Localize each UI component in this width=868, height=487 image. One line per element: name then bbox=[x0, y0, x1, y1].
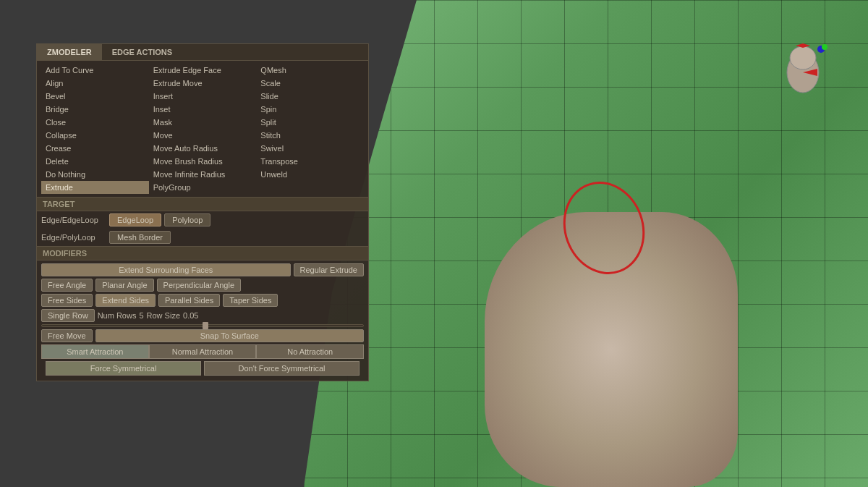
svg-point-5 bbox=[822, 44, 827, 50]
menu-col-2: Extrude Edge Face Extrude Move Insert In… bbox=[149, 64, 257, 194]
no-attraction-btn[interactable]: No Attraction bbox=[256, 344, 364, 359]
panel-header: ZMODELER EDGE ACTIONS bbox=[37, 44, 368, 61]
target-row-2: Edge/PolyLoop Mesh Border bbox=[37, 229, 368, 246]
extend-sides-btn[interactable]: Extend Sides bbox=[95, 294, 156, 307]
smart-attraction-btn[interactable]: Smart Attraction bbox=[41, 344, 149, 359]
dont-force-symmetrical-btn[interactable]: Don't Force Symmetrical bbox=[204, 361, 359, 376]
extend-surrounding-btn[interactable]: Extend Surrounding Faces bbox=[41, 263, 291, 276]
target-row-1: Edge/EdgeLoop EdgeLoop Polyloop bbox=[37, 211, 368, 229]
nav-gizmo[interactable] bbox=[778, 43, 828, 111]
row-size-value: 0.05 bbox=[183, 311, 198, 320]
menu-collapse[interactable]: Collapse bbox=[41, 129, 149, 142]
menu-bridge[interactable]: Bridge bbox=[41, 103, 149, 116]
menu-unweld[interactable]: Unweld bbox=[256, 168, 364, 181]
target-section-header: TARGET bbox=[37, 197, 368, 211]
planar-angle-btn[interactable]: Planar Angle bbox=[95, 279, 153, 292]
menu-crease[interactable]: Crease bbox=[41, 142, 149, 155]
menu-spin[interactable]: Spin bbox=[256, 103, 364, 116]
svg-point-1 bbox=[790, 46, 816, 69]
target-edge-edgeloop-label: Edge/EdgeLoop bbox=[41, 216, 106, 224]
menu-scale[interactable]: Scale bbox=[256, 77, 364, 90]
tab-edge-actions[interactable]: EDGE ACTIONS bbox=[102, 44, 182, 60]
symmetry-row: Force Symmetrical Don't Force Symmetrica… bbox=[41, 359, 364, 378]
force-symmetrical-btn[interactable]: Force Symmetrical bbox=[46, 361, 201, 376]
menu-swivel[interactable]: Swivel bbox=[256, 142, 364, 155]
menu-qmesh[interactable]: QMesh bbox=[256, 64, 364, 77]
row-size-label: Row Size bbox=[147, 311, 180, 320]
normal-attraction-btn[interactable]: Normal Attraction bbox=[149, 344, 257, 359]
mod-row-move: Free Move Snap To Surface bbox=[41, 329, 364, 342]
menu-extrude-move[interactable]: Extrude Move bbox=[149, 77, 257, 90]
menu-add-to-curve[interactable]: Add To Curve bbox=[41, 64, 149, 77]
menu-close[interactable]: Close bbox=[41, 116, 149, 129]
free-angle-btn[interactable]: Free Angle bbox=[41, 279, 93, 292]
menu-do-nothing[interactable]: Do Nothing bbox=[41, 168, 149, 181]
zmodeler-panel: ZMODELER EDGE ACTIONS Add To Curve Align… bbox=[36, 43, 369, 381]
mod-row-extend: Extend Surrounding Faces Regular Extrude bbox=[41, 263, 364, 276]
perpendicular-angle-btn[interactable]: Perpendicular Angle bbox=[157, 279, 241, 292]
mod-row-rows: Single Row Num Rows 5 Row Size 0.05 bbox=[41, 309, 364, 322]
menu-move[interactable]: Move bbox=[149, 129, 257, 142]
menu-stitch[interactable]: Stitch bbox=[256, 129, 364, 142]
attraction-row: Smart Attraction Normal Attraction No At… bbox=[41, 344, 364, 359]
menu-col-1: Add To Curve Align Bevel Bridge Close Co… bbox=[41, 64, 149, 194]
row-slider[interactable] bbox=[41, 324, 364, 327]
mod-row-slider bbox=[41, 324, 364, 327]
menu-move-auto-radius[interactable]: Move Auto Radius bbox=[149, 142, 257, 155]
menu-mask[interactable]: Mask bbox=[149, 116, 257, 129]
menu-bevel[interactable]: Bevel bbox=[41, 90, 149, 103]
free-move-btn[interactable]: Free Move bbox=[41, 329, 93, 342]
menu-col-3: QMesh Scale Slide Spin Split Stitch Swiv… bbox=[256, 64, 364, 194]
taper-sides-btn[interactable]: Taper Sides bbox=[223, 294, 278, 307]
target-mesh-border-btn[interactable]: Mesh Border bbox=[109, 231, 171, 244]
target-edgeloop-btn[interactable]: EdgeLoop bbox=[109, 213, 161, 226]
single-row-btn[interactable]: Single Row bbox=[41, 309, 95, 322]
menu-grid: Add To Curve Align Bevel Bridge Close Co… bbox=[37, 61, 368, 197]
hand-area bbox=[485, 212, 738, 487]
menu-slide[interactable]: Slide bbox=[256, 90, 364, 103]
regular-extrude-btn[interactable]: Regular Extrude bbox=[294, 263, 365, 276]
menu-extrude-edge-face[interactable]: Extrude Edge Face bbox=[149, 64, 257, 77]
menu-split[interactable]: Split bbox=[256, 116, 364, 129]
mod-row-angles: Free Angle Planar Angle Perpendicular An… bbox=[41, 279, 364, 292]
mod-row-sides: Free Sides Extend Sides Parallel Sides T… bbox=[41, 294, 364, 307]
menu-delete[interactable]: Delete bbox=[41, 155, 149, 168]
menu-polygroup[interactable]: PolyGroup bbox=[149, 181, 257, 194]
num-rows-label: Num Rows bbox=[98, 311, 137, 320]
menu-move-infinite-radius[interactable]: Move Infinite Radius bbox=[149, 168, 257, 181]
target-edge-polyloop-label: Edge/PolyLoop bbox=[41, 233, 106, 242]
menu-insert[interactable]: Insert bbox=[149, 90, 257, 103]
free-sides-btn[interactable]: Free Sides bbox=[41, 294, 93, 307]
modifiers-area: Extend Surrounding Faces Regular Extrude… bbox=[37, 261, 368, 381]
menu-align[interactable]: Align bbox=[41, 77, 149, 90]
slider-track[interactable] bbox=[41, 324, 364, 327]
menu-move-brush-radius[interactable]: Move Brush Radius bbox=[149, 155, 257, 168]
menu-transpose[interactable]: Transpose bbox=[256, 155, 364, 168]
snap-to-surface-btn[interactable]: Snap To Surface bbox=[95, 329, 364, 342]
target-polyloop-btn[interactable]: Polyloop bbox=[164, 213, 210, 226]
modifiers-section-header: MODIFIERS bbox=[37, 246, 368, 261]
slider-thumb[interactable] bbox=[203, 322, 208, 329]
num-rows-value: 5 bbox=[139, 311, 143, 320]
menu-inset[interactable]: Inset bbox=[149, 103, 257, 116]
tab-zmodeler[interactable]: ZMODELER bbox=[37, 44, 102, 60]
parallel-sides-btn[interactable]: Parallel Sides bbox=[158, 294, 220, 307]
menu-extrude[interactable]: Extrude bbox=[41, 181, 149, 194]
